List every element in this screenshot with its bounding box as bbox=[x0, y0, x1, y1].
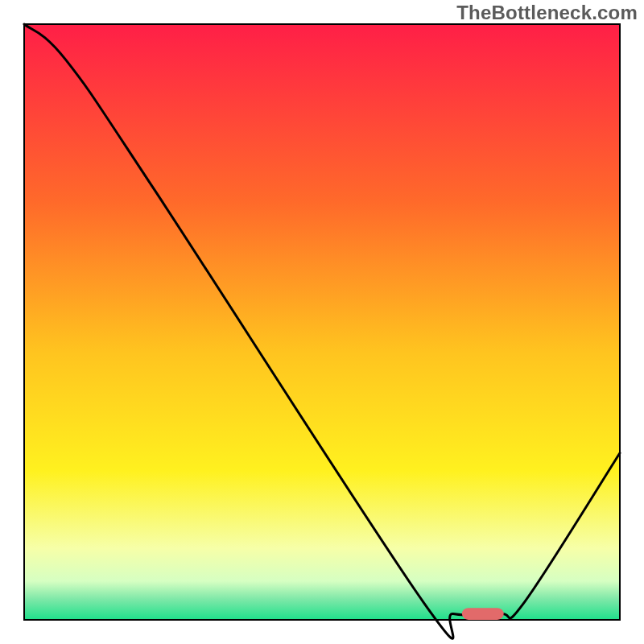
optimal-marker bbox=[462, 608, 504, 620]
watermark-text: TheBottleneck.com bbox=[456, 2, 638, 24]
bottleneck-chart bbox=[0, 0, 644, 644]
plot-background bbox=[24, 24, 620, 620]
chart-container: TheBottleneck.com bbox=[0, 0, 644, 644]
